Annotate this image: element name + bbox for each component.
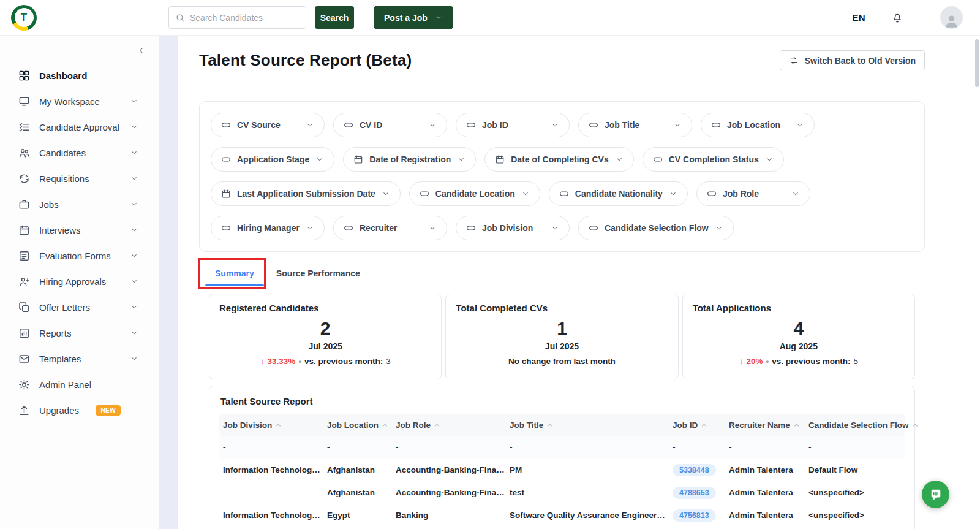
sidebar-item-icon xyxy=(18,199,30,210)
table-row[interactable]: Egypt Banking Recruiter 4678903 Admin Ta… xyxy=(219,527,905,529)
chevron-down-icon xyxy=(796,121,804,129)
switch-old-version-button[interactable]: Switch Back to Old Version xyxy=(780,50,925,70)
filter-dropdown[interactable]: Last Application Submission Date xyxy=(211,181,401,206)
cell-job-title: test xyxy=(507,488,670,497)
stat-card: Registered Candidates 2 Jul 2025 ↓ 33.33… xyxy=(209,294,442,379)
filter-dropdown[interactable]: Job ID xyxy=(456,113,570,137)
sidebar-item-icon xyxy=(18,96,30,107)
cell-job-division: - xyxy=(221,443,325,452)
down-arrow-icon: ↓ xyxy=(260,357,265,366)
user-avatar[interactable] xyxy=(940,6,963,29)
filter-dropdown[interactable]: Application Stage xyxy=(211,147,334,172)
chat-widget-button[interactable] xyxy=(922,481,949,508)
filter-row: Last Application Submission Date Candida… xyxy=(211,181,913,206)
sidebar-item[interactable]: Hiring Approvals xyxy=(0,268,159,294)
sidebar-item[interactable]: Candidates xyxy=(0,140,159,166)
filter-label: Candidate Selection Flow xyxy=(605,223,709,233)
chevron-down-icon xyxy=(669,189,677,198)
cell-job-division: Information Technology IT xyxy=(221,465,325,474)
sidebar-item[interactable]: Interviews xyxy=(0,217,159,243)
bullet-separator: • xyxy=(298,357,301,366)
filter-dropdown[interactable]: Hiring Manager xyxy=(211,216,325,240)
column-header[interactable]: Candidate Selection Flow xyxy=(806,421,921,430)
job-id-badge[interactable]: 4788653 xyxy=(673,487,716,499)
notifications-bell-icon[interactable] xyxy=(891,12,903,24)
filter-dropdown[interactable]: Candidate Location xyxy=(409,181,540,206)
stat-title: Registered Candidates xyxy=(219,303,431,313)
filter-dropdown[interactable]: CV Completion Status xyxy=(643,147,784,172)
bullet-separator: • xyxy=(766,357,769,366)
sidebar-item[interactable]: My Workspace xyxy=(0,88,159,114)
page-scrollbar-thumb[interactable] xyxy=(975,39,979,87)
job-id-badge[interactable]: 4756813 xyxy=(673,509,716,522)
sidebar-item[interactable]: Admin Panel xyxy=(0,371,159,397)
post-a-job-button[interactable]: Post a Job xyxy=(374,6,453,29)
search-input[interactable] xyxy=(190,13,300,23)
filter-icon xyxy=(344,120,353,130)
chat-bubble-icon xyxy=(929,488,943,501)
stat-cards: Registered Candidates 2 Jul 2025 ↓ 33.33… xyxy=(209,294,915,379)
filter-icon xyxy=(589,120,598,130)
table-title: Talent Source Report xyxy=(221,396,903,406)
table-row[interactable]: - - - - - - - xyxy=(219,436,905,459)
stat-value: 1 xyxy=(456,318,668,339)
table-row[interactable]: Information Technology IT Egypt Banking … xyxy=(219,504,905,527)
job-id-badge[interactable]: 5338448 xyxy=(673,464,716,476)
filter-dropdown[interactable]: Candidate Selection Flow xyxy=(578,216,734,240)
filter-dropdown[interactable]: Date of Registration xyxy=(343,147,476,172)
filter-dropdown[interactable]: Job Role xyxy=(696,181,810,206)
cell-job-role: Banking xyxy=(393,511,507,520)
sidebar-item[interactable]: Templates xyxy=(0,346,159,371)
column-header-label: Job Role xyxy=(396,421,431,430)
sidebar-item[interactable]: Reports xyxy=(0,320,159,346)
sidebar-item[interactable]: Requisitions xyxy=(0,166,159,191)
sidebar-item[interactable]: Offer Letters xyxy=(0,294,159,320)
sidebar-item[interactable]: Dashboard xyxy=(0,63,159,88)
chevron-down-icon xyxy=(130,148,138,157)
filter-dropdown[interactable]: Date of Completing CVs xyxy=(484,147,633,172)
sidebar-item[interactable]: Upgrades NEW xyxy=(0,397,159,423)
table-row[interactable]: Information Technology IT Afghanistan Ac… xyxy=(219,459,905,481)
column-header-label: Job Division xyxy=(223,421,272,430)
filter-row: Hiring Manager Recruiter Job Division Ca… xyxy=(211,216,913,240)
filter-label: Recruiter xyxy=(360,223,422,233)
table-row[interactable]: Afghanistan Accounting-Banking-Finance t… xyxy=(219,481,905,504)
filter-label: Job Title xyxy=(605,120,667,130)
app-logo[interactable]: T xyxy=(11,5,37,31)
column-header[interactable]: Job Division xyxy=(221,421,325,430)
cell-job-location: - xyxy=(325,443,393,452)
language-selector[interactable]: EN xyxy=(853,12,865,23)
cell-job-role: Accounting-Banking-Finance xyxy=(393,465,507,474)
filter-label: Last Application Submission Date xyxy=(237,189,375,199)
filter-dropdown[interactable]: CV ID xyxy=(333,113,447,137)
column-header[interactable]: Recruiter Name xyxy=(726,421,806,430)
column-header[interactable]: Job Location xyxy=(325,421,393,430)
job-id-badge[interactable]: - xyxy=(673,443,676,452)
filter-label: CV Completion Status xyxy=(669,154,759,164)
filter-icon xyxy=(495,154,505,164)
sidebar-item[interactable]: Jobs xyxy=(0,191,159,217)
cell-job-title: Software Quality Assurance Engineer(copy… xyxy=(507,511,670,520)
cell-job-title: PM xyxy=(507,465,670,474)
column-header-label: Job Title xyxy=(510,421,543,430)
chevron-down-icon xyxy=(130,329,138,337)
filter-dropdown[interactable]: Candidate Nationality xyxy=(549,181,688,206)
column-header[interactable]: Job Title xyxy=(507,421,670,430)
delta-note: vs. previous month: xyxy=(304,357,383,366)
filter-dropdown[interactable]: CV Source xyxy=(211,113,325,137)
column-header[interactable]: Job ID xyxy=(670,421,726,430)
column-header[interactable]: Job Role xyxy=(393,421,507,430)
sidebar-item[interactable]: Candidate Approval xyxy=(0,114,159,140)
sidebar-item[interactable]: Evaluation Forms xyxy=(0,243,159,268)
tab[interactable]: Summary xyxy=(204,262,265,286)
search-button[interactable]: Search xyxy=(315,6,354,29)
sidebar-collapse-button[interactable] xyxy=(0,38,159,63)
chevron-down-icon xyxy=(765,155,774,164)
filter-dropdown[interactable]: Job Division xyxy=(456,216,570,240)
filter-dropdown[interactable]: Recruiter xyxy=(333,216,447,240)
sidebar-item-icon xyxy=(18,353,30,365)
tab[interactable]: Source Performance xyxy=(265,262,371,286)
filter-dropdown[interactable]: Job Location xyxy=(701,113,815,137)
filter-dropdown[interactable]: Job Title xyxy=(578,113,692,137)
chevron-down-icon xyxy=(130,277,138,286)
